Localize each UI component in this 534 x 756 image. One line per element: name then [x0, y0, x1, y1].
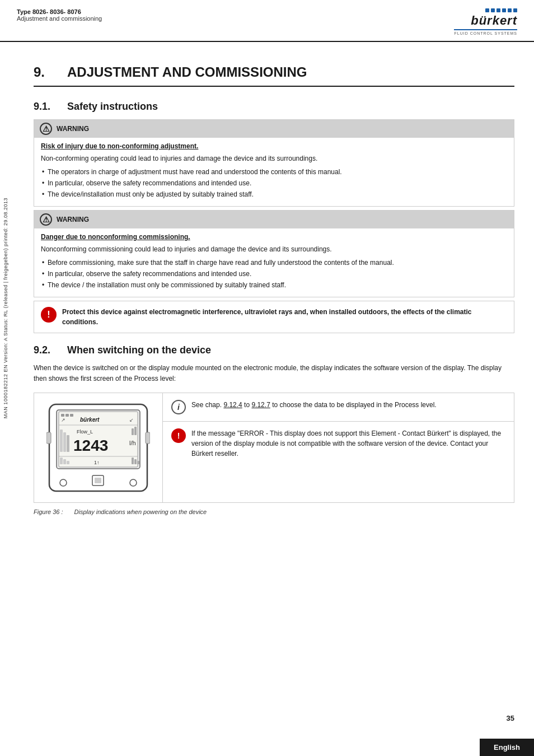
- svg-rect-24: [134, 459, 137, 464]
- svg-point-26: [60, 479, 67, 486]
- svg-text:↙: ↙: [129, 417, 134, 423]
- section-9-2-title-text: When switching on the device: [67, 344, 211, 356]
- section-9-2-intro: When the device is switched on or the di…: [34, 363, 514, 384]
- warning-bullet-2-1: Before commissioning, make sure that the…: [41, 258, 507, 268]
- svg-rect-14: [132, 428, 134, 435]
- svg-rect-31: [146, 432, 150, 444]
- risk-title-2: Danger due to nonconforming commissionin…: [41, 233, 507, 241]
- page-number: 35: [507, 714, 514, 722]
- svg-rect-21: [63, 459, 66, 464]
- svg-rect-15: [134, 427, 137, 435]
- svg-text:bürkert: bürkert: [80, 417, 100, 423]
- note-link-2: 9.12.7: [251, 401, 270, 409]
- page: MAN 1000182212 EN Version: A Status: RL …: [0, 0, 534, 756]
- figure-notes: i See chap. 9.12.4 to 9.12.7 to choose t…: [163, 393, 514, 502]
- notice-icon: !: [41, 307, 57, 323]
- warning-intro-2: Nonconforming commissioning could lead t…: [41, 244, 507, 254]
- notice-text: Protect this device against electromagne…: [62, 307, 507, 327]
- svg-rect-23: [132, 458, 134, 464]
- warning-intro-1: Non-conforming operating could lead to i…: [41, 153, 507, 164]
- warning-box-2: ⚠ WARNING Danger due to nonconforming co…: [34, 210, 514, 297]
- svg-text:Flow_L: Flow_L: [77, 429, 93, 435]
- section-9-2: 9.2.When switching on the device When th…: [34, 344, 514, 515]
- doc-subtitle: Adjustment and commissioning: [17, 15, 102, 22]
- section-9-1-title: 9.1.Safety instructions: [34, 101, 514, 113]
- note-text-2: If the message "ERROR - This display doe…: [191, 428, 505, 459]
- figure-caption: Figure 36 : Display indications when pow…: [34, 508, 514, 515]
- logo-line: [454, 29, 517, 30]
- warning-bullets-2: Before commissioning, make sure that the…: [41, 258, 507, 290]
- warning-bullet-1-2: In particular, observe the safety recomm…: [41, 178, 507, 188]
- figure-description: Display indications when powering on the…: [74, 508, 207, 515]
- svg-rect-5: [70, 414, 73, 417]
- sidebar-text: MAN 1000182212 EN Version: A Status: RL …: [0, 112, 11, 504]
- logo-dot-5: [508, 8, 512, 12]
- notice-box: ! Protect this device against electromag…: [34, 301, 514, 333]
- warning-bullet-1-3: The device/installation must only be adj…: [41, 189, 507, 199]
- header-right: bürkert FLUID CONTROL SYSTEMS: [454, 8, 517, 35]
- header: Type 8026- 8036- 8076 Adjustment and com…: [0, 0, 534, 42]
- figure-note-2: ! If the message "ERROR - This display d…: [163, 422, 514, 465]
- section-9-1-number: 9.1.: [34, 101, 50, 112]
- svg-rect-12: [67, 435, 69, 452]
- warning-body-1: Risk of injury due to non-conforming adj…: [34, 138, 514, 206]
- main-content: 9.ADJUSTMENT AND COMMISSIONING 9.1.Safet…: [11, 42, 534, 535]
- svg-point-29: [130, 479, 137, 486]
- chapter-title-text: ADJUSTMENT AND COMMISSIONING: [67, 64, 307, 80]
- svg-rect-4: [65, 414, 69, 417]
- warning-bullet-2-3: The device / the installation must only …: [41, 280, 507, 290]
- svg-text:1243: 1243: [73, 437, 108, 454]
- svg-text:1↑: 1↑: [94, 460, 100, 465]
- warning-header-2: ⚠ WARNING: [34, 211, 514, 228]
- warning-bullet-1-1: The operators in charge of adjustment mu…: [41, 167, 507, 177]
- svg-rect-30: [46, 432, 51, 444]
- warn-icon-2: !: [171, 428, 186, 443]
- note-link-1: 9.12.4: [223, 401, 242, 409]
- logo-dot-6: [513, 8, 517, 12]
- section-9-2-title: 9.2.When switching on the device: [34, 344, 514, 356]
- chapter-title: 9.ADJUSTMENT AND COMMISSIONING: [34, 64, 514, 87]
- risk-title-1: Risk of injury due to non-conforming adj…: [41, 142, 507, 150]
- device-display: ↗ bürkert ↙ Flow_L: [34, 393, 163, 502]
- logo-dot-3: [496, 8, 500, 12]
- warning-bullets-1: The operators in charge of adjustment mu…: [41, 167, 507, 199]
- svg-rect-25: [137, 461, 139, 464]
- info-icon-1: i: [171, 400, 186, 414]
- figure-note-1: i See chap. 9.12.4 to 9.12.7 to choose t…: [163, 393, 514, 422]
- device-svg: ↗ bürkert ↙ Flow_L: [46, 402, 150, 494]
- note-text-1: See chap. 9.12.4 to 9.12.7 to choose the…: [191, 400, 437, 410]
- svg-rect-11: [63, 432, 66, 452]
- svg-rect-10: [60, 430, 63, 452]
- chapter-number: 9.: [34, 64, 45, 80]
- warning-header-1: ⚠ WARNING: [34, 120, 514, 138]
- doc-type: Type 8026- 8036- 8076: [17, 8, 102, 15]
- warning-box-1: ⚠ WARNING Risk of injury due to non-conf…: [34, 119, 514, 207]
- section-9-2-number: 9.2.: [34, 344, 50, 356]
- logo-dot-2: [491, 8, 495, 12]
- logo-tagline: FLUID CONTROL SYSTEMS: [454, 31, 517, 35]
- svg-text:l/h: l/h: [129, 440, 136, 446]
- section-9-1-title-text: Safety instructions: [67, 101, 158, 112]
- section-9-1: 9.1.Safety instructions ⚠ WARNING Risk o…: [34, 101, 514, 333]
- warning-label-2: WARNING: [57, 216, 89, 223]
- warning-icon-1: ⚠: [40, 123, 52, 135]
- header-left: Type 8026- 8036- 8076 Adjustment and com…: [17, 8, 102, 22]
- language-tab: English: [480, 739, 534, 756]
- warning-label-1: WARNING: [57, 125, 89, 133]
- svg-rect-28: [95, 478, 101, 483]
- svg-text:↗: ↗: [61, 417, 65, 423]
- warning-bullet-2-2: In particular, observe the safety recomm…: [41, 269, 507, 279]
- burkert-logo: bürkert FLUID CONTROL SYSTEMS: [454, 8, 517, 35]
- figure-container: ↗ bürkert ↙ Flow_L: [34, 393, 514, 503]
- warning-body-2: Danger due to nonconforming commissionin…: [34, 228, 514, 297]
- warning-icon-2: ⚠: [40, 213, 52, 226]
- logo-dots: [485, 8, 517, 12]
- logo-dot-1: [485, 8, 489, 12]
- figure-number: Figure 36 :: [34, 508, 63, 515]
- logo-dot-4: [502, 8, 506, 12]
- svg-rect-20: [60, 458, 63, 464]
- svg-rect-22: [67, 461, 69, 464]
- svg-rect-3: [61, 414, 64, 417]
- section-9-2-body: When the device is switched on or the di…: [34, 363, 514, 384]
- logo-text: bürkert: [471, 13, 517, 28]
